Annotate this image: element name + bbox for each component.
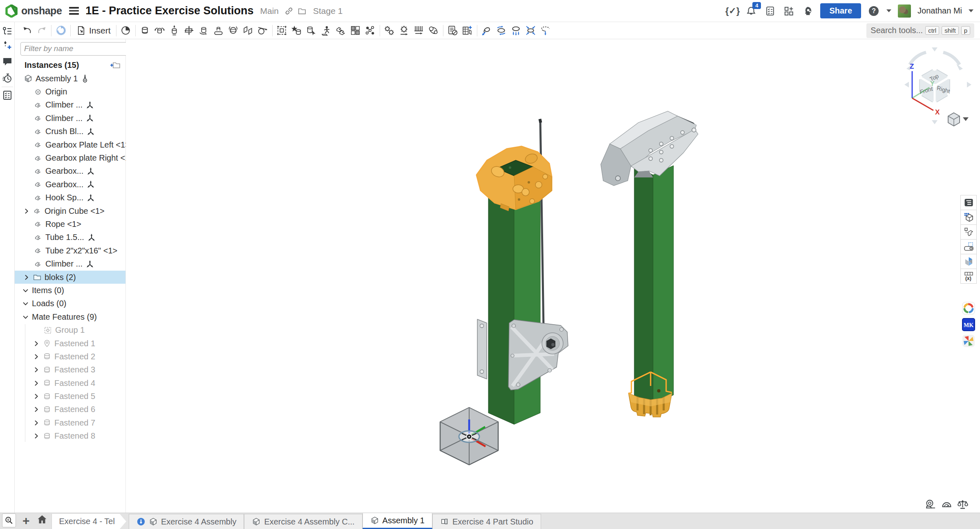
tab-assembly-1[interactable]: Assembly 1: [362, 513, 432, 529]
origin-cube[interactable]: [440, 408, 498, 465]
project-down-icon[interactable]: [509, 24, 524, 38]
bom-table-icon[interactable]: [460, 24, 475, 38]
help-dropdown-caret[interactable]: [886, 9, 891, 12]
assembly-3d-scene[interactable]: [126, 39, 980, 513]
sheet-metal-panel-button[interactable]: [960, 239, 977, 254]
configurations-panel-button[interactable]: [960, 224, 977, 240]
mate-feature-fastened-1[interactable]: Fastened 1: [15, 337, 125, 350]
snap-mode-icon[interactable]: [304, 24, 319, 38]
app-icon-pinwheel[interactable]: [960, 333, 977, 349]
mate-icon[interactable]: [119, 24, 133, 38]
expand-chevron-icon[interactable]: [33, 406, 40, 413]
tree-item-climber-2[interactable]: Climber ...: [15, 112, 125, 125]
cut-list-icon[interactable]: [2, 90, 13, 101]
collapse-chevron-icon[interactable]: [22, 287, 29, 294]
add-subassembly-icon[interactable]: [110, 60, 121, 70]
learning-center-icon[interactable]: [801, 5, 814, 17]
user-avatar[interactable]: [898, 4, 911, 18]
mate-values-icon[interactable]: [289, 24, 304, 38]
view-mode-cube-icon[interactable]: [948, 113, 969, 126]
tasks-checklist-icon[interactable]: [764, 5, 776, 17]
rotate-section-icon[interactable]: [494, 24, 509, 38]
onshape-logo[interactable]: onshape: [0, 4, 62, 18]
bom-panel-button[interactable]: [960, 210, 977, 225]
tree-item-hook[interactable]: Hook Sp...: [15, 191, 125, 204]
update-icon[interactable]: [54, 24, 68, 38]
expand-chevron-icon[interactable]: [23, 274, 30, 281]
rack-relation-icon[interactable]: [412, 24, 426, 38]
hook[interactable]: [601, 111, 698, 186]
workspace-label[interactable]: Main: [260, 6, 279, 16]
tree-item-gearbox-plate-left[interactable]: Gearbox Plate Left <1>: [15, 138, 125, 151]
apps-grid-icon[interactable]: [783, 5, 795, 17]
tree-item-origin[interactable]: Origin: [15, 85, 125, 98]
section-items[interactable]: Items (0): [15, 284, 125, 297]
manikin-icon[interactable]: [319, 24, 333, 38]
exploded-view-icon[interactable]: [363, 24, 378, 38]
tree-item-climber-1[interactable]: Climber ...: [15, 99, 125, 112]
tree-item-gearbox-plate-right[interactable]: Gearbox plate Right <1>: [15, 151, 125, 164]
planar-mate-icon[interactable]: [182, 24, 197, 38]
slider-mate-icon[interactable]: [167, 24, 182, 38]
gear-relation-icon[interactable]: [382, 24, 397, 38]
hide-mates-icon[interactable]: [445, 24, 460, 38]
user-dropdown-caret[interactable]: [969, 9, 973, 12]
notifications-bell-icon[interactable]: 4: [745, 5, 757, 17]
filter-input[interactable]: [20, 42, 129, 56]
redo-icon[interactable]: [34, 24, 49, 38]
parallel-mate-icon[interactable]: [241, 24, 255, 38]
app-icon-1[interactable]: [960, 300, 977, 316]
cylindrical-mate-icon[interactable]: [197, 24, 211, 38]
tube-15[interactable]: [634, 166, 673, 405]
protractor-icon[interactable]: [941, 499, 952, 510]
undo-icon[interactable]: [20, 24, 34, 38]
expand-chevron-icon[interactable]: [33, 419, 40, 426]
structure-tree-icon[interactable]: [2, 26, 13, 37]
mate-feature-fastened-5[interactable]: Fastened 5: [15, 390, 125, 403]
tab-exercise-4-assembly[interactable]: Exercise 4 Assembly: [129, 514, 244, 529]
gearbox-plate-left[interactable]: [477, 319, 487, 379]
search-tools[interactable]: Search tools... ctrl shift p: [866, 23, 974, 38]
mate-feature-fastened-2[interactable]: Fastened 2: [15, 350, 125, 363]
tree-item-tube-15[interactable]: Tube 1.5...: [15, 231, 125, 244]
section-loads[interactable]: Loads (0): [15, 297, 125, 310]
home-tab-button[interactable]: [35, 514, 52, 528]
insert-button[interactable]: Insert: [73, 24, 114, 38]
tree-item-rope[interactable]: Rope <1>: [15, 217, 125, 231]
version-folder-icon[interactable]: [298, 7, 307, 16]
tab-exercise-4-part-studio[interactable]: Exercise 4 Part Studio: [432, 514, 541, 529]
tree-item-tube-2x2[interactable]: Tube 2"x2"x16" <1>: [15, 244, 125, 257]
replicate-icon[interactable]: [333, 24, 348, 38]
revolute-mate-icon[interactable]: [152, 24, 167, 38]
mass-properties-icon[interactable]: [957, 499, 968, 510]
tree-item-gearbox-1[interactable]: Gearbox...: [15, 165, 125, 178]
tree-item-bloks-folder[interactable]: bloks (2): [15, 271, 125, 284]
section-mate-features[interactable]: Mate Features (9): [15, 310, 125, 323]
expand-chevron-icon[interactable]: [23, 208, 30, 215]
collapse-chevron-icon[interactable]: [22, 314, 29, 321]
app-icon-mk[interactable]: MK: [960, 316, 977, 333]
group-icon[interactable]: [275, 24, 289, 38]
share-button[interactable]: Share: [820, 3, 861, 18]
mate-feature-group-1[interactable]: Group 1: [15, 323, 125, 336]
new-tab-button[interactable]: +: [18, 514, 35, 528]
tape-measure-icon[interactable]: [925, 499, 936, 510]
spread-out-icon[interactable]: [538, 24, 553, 38]
mate-feature-fastened-8[interactable]: Fastened 8: [15, 430, 125, 443]
tangent-mate-icon[interactable]: [255, 24, 270, 38]
expand-chevron-icon[interactable]: [33, 340, 40, 347]
version-label[interactable]: Stage 1: [313, 6, 342, 16]
follow-mode-icon[interactable]: [2, 40, 13, 51]
expand-chevron-icon[interactable]: [33, 380, 40, 387]
mate-feature-fastened-4[interactable]: Fastened 4: [15, 377, 125, 390]
tab-exercise-4-assembly-copy[interactable]: Exercise 4 Assembly C...: [244, 514, 362, 529]
pattern-icon[interactable]: [348, 24, 363, 38]
app-pinwheel-panel-button[interactable]: [960, 254, 977, 269]
tab-exercise-4-folder[interactable]: Exercise 4 - Tel: [52, 514, 126, 529]
collapse-chevron-icon[interactable]: [22, 300, 29, 307]
graphics-viewport[interactable]: Top Front Right Z X Y: [126, 39, 980, 513]
expand-chevron-icon[interactable]: [33, 393, 40, 400]
screw-relation-icon[interactable]: [397, 24, 412, 38]
main-menu-icon[interactable]: [69, 7, 79, 14]
mate-feature-fastened-3[interactable]: Fastened 3: [15, 363, 125, 377]
